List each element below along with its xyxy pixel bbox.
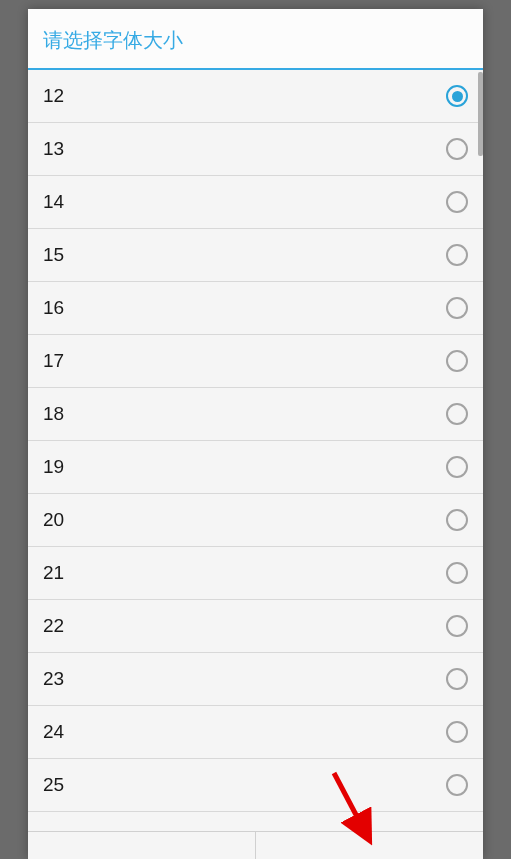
radio-icon [446, 350, 468, 372]
option-item-23[interactable]: 23 [28, 653, 483, 706]
radio-icon [446, 85, 468, 107]
option-label: 15 [43, 244, 64, 266]
option-item-12[interactable]: 12 [28, 70, 483, 123]
radio-icon [446, 509, 468, 531]
radio-icon [446, 721, 468, 743]
radio-icon [446, 562, 468, 584]
option-label: 16 [43, 297, 64, 319]
option-item-24[interactable]: 24 [28, 706, 483, 759]
option-label: 20 [43, 509, 64, 531]
radio-icon [446, 668, 468, 690]
option-label: 25 [43, 774, 64, 796]
option-label: 22 [43, 615, 64, 637]
option-item-25[interactable]: 25 [28, 759, 483, 812]
radio-icon [446, 191, 468, 213]
option-label: 19 [43, 456, 64, 478]
option-label: 17 [43, 350, 64, 372]
radio-icon [446, 244, 468, 266]
font-size-dialog: 请选择字体大小 12 13 14 15 16 17 18 [28, 9, 483, 859]
scrollbar-thumb[interactable] [478, 72, 483, 156]
option-list[interactable]: 12 13 14 15 16 17 18 19 [28, 70, 483, 831]
dialog-title: 请选择字体大小 [43, 27, 468, 54]
radio-icon [446, 456, 468, 478]
option-item-16[interactable]: 16 [28, 282, 483, 335]
option-item-13[interactable]: 13 [28, 123, 483, 176]
option-item-14[interactable]: 14 [28, 176, 483, 229]
button-bar [28, 831, 483, 859]
option-item-17[interactable]: 17 [28, 335, 483, 388]
option-label: 21 [43, 562, 64, 584]
option-label: 14 [43, 191, 64, 213]
dialog-header: 请选择字体大小 [28, 9, 483, 70]
option-item-18[interactable]: 18 [28, 388, 483, 441]
radio-icon [446, 615, 468, 637]
option-item-22[interactable]: 22 [28, 600, 483, 653]
dialog-button-left[interactable] [28, 832, 255, 859]
radio-icon [446, 774, 468, 796]
dialog-button-right[interactable] [256, 832, 483, 859]
option-item-20[interactable]: 20 [28, 494, 483, 547]
option-label: 24 [43, 721, 64, 743]
option-item-15[interactable]: 15 [28, 229, 483, 282]
radio-icon [446, 297, 468, 319]
radio-icon [446, 138, 468, 160]
option-item-19[interactable]: 19 [28, 441, 483, 494]
option-item-21[interactable]: 21 [28, 547, 483, 600]
option-label: 12 [43, 85, 64, 107]
option-label: 18 [43, 403, 64, 425]
option-label: 23 [43, 668, 64, 690]
radio-icon [446, 403, 468, 425]
option-label: 13 [43, 138, 64, 160]
